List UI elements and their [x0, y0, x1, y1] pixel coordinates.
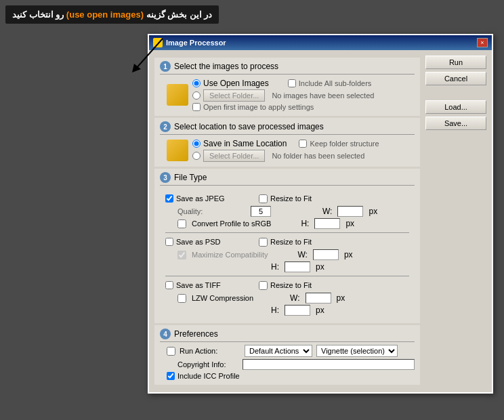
folder-icon-2 — [167, 140, 188, 161]
maximize-compat-checkbox[interactable] — [177, 251, 186, 259]
jpeg-resize-label: Resize to Fit — [270, 194, 312, 203]
section-1-body: Use Open Images Include All sub-folders … — [160, 77, 415, 112]
section-4-number: 4 — [160, 329, 171, 339]
psd-h-px: px — [316, 262, 324, 272]
section-3-title: File Type — [174, 173, 207, 182]
save-as-psd-checkbox[interactable] — [165, 238, 173, 246]
select-folder-radio[interactable] — [192, 91, 201, 100]
btn-spacer — [425, 88, 486, 98]
use-open-images-radio[interactable] — [192, 79, 201, 87]
tiff-resize-right: Resize to Fit — [259, 281, 312, 290]
convert-profile-checkbox[interactable] — [177, 219, 186, 228]
select-save-folder-radio[interactable] — [192, 152, 201, 160]
tiff-resize-checkbox[interactable] — [259, 281, 268, 290]
image-processor-dialog: Image Processor × 1 Select the images to… — [148, 34, 493, 394]
save-same-location-row: Save in Same Location Keep folder struct… — [192, 139, 379, 148]
tiff-resize-label: Resize to Fit — [270, 281, 312, 289]
section-4-header: 4 Preferences — [160, 329, 415, 342]
jpeg-h-px: px — [345, 219, 354, 228]
section-3-number: 3 — [160, 172, 171, 183]
icc-profile-row: Include ICC Profile — [167, 372, 415, 380]
jpeg-w-label: W: — [322, 207, 332, 216]
load-button[interactable]: Load... — [425, 100, 486, 114]
quality-input[interactable] — [251, 206, 271, 217]
section-1-icons-row: Use Open Images Include All sub-folders … — [167, 77, 415, 112]
jpeg-h-input[interactable] — [314, 218, 340, 229]
close-button[interactable]: × — [477, 38, 488, 47]
section-3: 3 File Type Save as JPEG — [154, 169, 420, 323]
select-folder-row: Select Folder... No images have been sel… — [192, 89, 374, 102]
copyright-row: Copyright Info: — [167, 359, 415, 370]
jpeg-resize-right: Resize to Fit — [259, 194, 312, 203]
jpeg-check-row: Save as JPEG — [165, 194, 253, 203]
svg-line-0 — [135, 39, 163, 69]
tiff-h-label: H: — [271, 306, 279, 315]
buttons-column: Run Cancel Load... Save... — [425, 56, 486, 387]
tiff-w-input[interactable] — [306, 293, 331, 303]
jpeg-w-px: px — [369, 207, 377, 216]
tiff-row: Save as TIFF Resize to Fit — [165, 280, 409, 291]
convert-profile-label: Convert Profile to sRGB — [192, 219, 271, 228]
run-action-row: Run Action: Default Actions Vignette (se… — [167, 345, 415, 357]
select-folder-button[interactable]: Select Folder... — [203, 89, 265, 102]
jpeg-h-label: H: — [301, 219, 309, 228]
divider-1 — [165, 232, 409, 233]
psd-row: Save as PSD Resize to Fit — [165, 236, 409, 247]
default-actions-dropdown[interactable]: Default Actions — [245, 345, 312, 357]
tiff-h-input[interactable] — [285, 305, 310, 316]
psd-resize-right: Resize to Fit — [259, 238, 312, 247]
use-open-images-label: Use Open Images — [203, 79, 269, 88]
vignette-dropdown[interactable]: Vignette (selection) — [316, 345, 398, 357]
section-1-options: Use Open Images Include All sub-folders … — [192, 77, 374, 112]
jpeg-convert-row: Convert Profile to sRGB H: px — [165, 218, 409, 229]
psd-resize-checkbox[interactable] — [259, 238, 268, 247]
quality-label: Quality: — [177, 207, 245, 215]
save-as-jpeg-checkbox[interactable] — [165, 194, 173, 203]
psd-w-label: W: — [297, 250, 307, 259]
tiff-w-px: px — [337, 293, 345, 303]
psd-h-input[interactable] — [285, 261, 310, 272]
save-as-psd-label: Save as PSD — [176, 238, 244, 246]
annotation-arrow — [122, 35, 176, 76]
select-folder-row-2: Select Folder... No folder has been sele… — [192, 150, 379, 162]
lzw-compression-label: LZW Compression — [192, 294, 253, 302]
tiff-h-row: H: px — [165, 305, 409, 316]
section-2-title: Select location to save processed images — [174, 122, 324, 131]
save-button[interactable]: Save... — [425, 117, 486, 130]
annotation-tooltip: در این بخش گزینه (use open images) رو ان… — [5, 5, 219, 24]
section-2-options: Save in Same Location Keep folder struct… — [192, 138, 379, 163]
select-save-folder-button[interactable]: Select Folder... — [203, 150, 265, 162]
lzw-compression-checkbox[interactable] — [177, 294, 186, 303]
jpeg-row: Save as JPEG Resize to Fit — [165, 193, 409, 204]
save-same-location-label: Save in Same Location — [203, 139, 287, 148]
sections-column: 1 Select the images to process Use Open … — [154, 56, 420, 387]
jpeg-quality-row: Quality: W: px — [165, 206, 409, 217]
save-same-location-radio[interactable] — [192, 140, 201, 148]
run-button[interactable]: Run — [425, 56, 486, 69]
jpeg-w-input[interactable] — [337, 206, 363, 217]
tiff-check-row: Save as TIFF — [165, 281, 253, 289]
jpeg-resize-checkbox[interactable] — [259, 194, 268, 203]
section-2-icons-row: Save in Same Location Keep folder struct… — [167, 138, 415, 163]
annotation-text-before: در این بخش گزینه — [144, 9, 212, 20]
run-action-checkbox[interactable] — [167, 347, 175, 356]
cancel-button[interactable]: Cancel — [425, 72, 486, 85]
include-subfolders-checkbox[interactable] — [288, 79, 296, 87]
no-images-status: No images have been selected — [272, 91, 374, 100]
section-3-header: 3 File Type — [160, 172, 415, 186]
psd-h-row: H: px — [165, 261, 409, 272]
first-image-label: Open first image to apply settings — [203, 103, 314, 111]
keep-folder-structure-checkbox[interactable] — [299, 140, 307, 148]
psd-w-input[interactable] — [313, 249, 339, 260]
save-as-tiff-checkbox[interactable] — [165, 281, 173, 289]
copyright-input[interactable] — [243, 359, 415, 370]
tiff-w-label: W: — [290, 293, 299, 303]
first-image-checkbox[interactable] — [192, 103, 201, 111]
annotation-text-after: رو انتخاب کنید — [12, 9, 66, 20]
main-layout: 1 Select the images to process Use Open … — [154, 56, 486, 387]
icc-profile-label: Include ICC Profile — [177, 372, 240, 380]
tiff-lzw-row: LZW Compression W: px — [165, 293, 409, 303]
icc-profile-checkbox[interactable] — [167, 372, 175, 380]
first-image-row: Open first image to apply settings — [192, 103, 374, 111]
section-2-header: 2 Select location to save processed imag… — [160, 121, 415, 135]
